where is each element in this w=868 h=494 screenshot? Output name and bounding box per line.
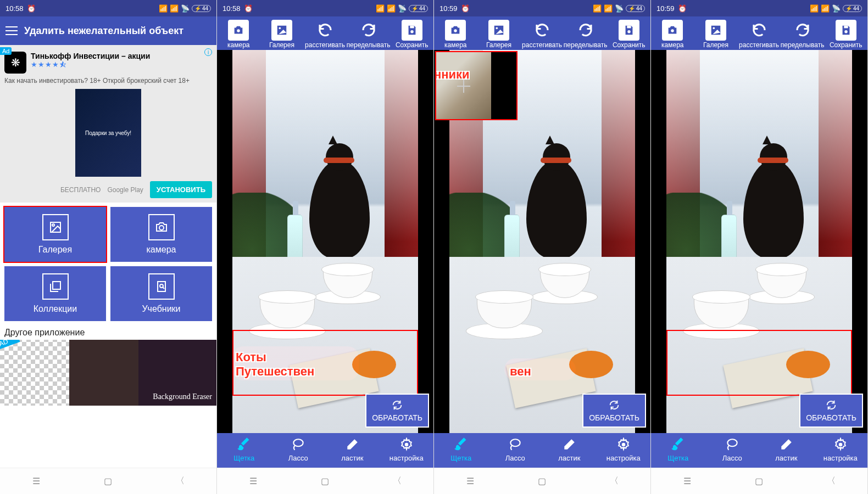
image-icon	[488, 20, 509, 41]
ad-app-icon: ❋	[4, 52, 26, 74]
label: камера	[444, 42, 466, 49]
camera-button[interactable]: камера	[217, 20, 260, 49]
image-icon	[271, 20, 292, 41]
brush-tool[interactable]: Щетка	[217, 437, 271, 462]
lasso-tool[interactable]: Лассо	[271, 437, 326, 462]
menu-icon[interactable]	[5, 26, 18, 35]
editor-toolbar: камера Галерея расстегивать переделывать…	[651, 16, 867, 50]
label: ластик	[558, 454, 580, 462]
undo-button[interactable]: расстегивать	[520, 20, 564, 49]
eraser-tool[interactable]: ластик	[542, 437, 597, 462]
recents-icon[interactable]: ☰	[248, 476, 259, 487]
back-icon[interactable]: 〈	[392, 476, 403, 487]
brush-icon	[454, 437, 468, 452]
lasso-tool[interactable]: Лассо	[488, 437, 543, 462]
gallery-button[interactable]: Галерея	[260, 20, 304, 49]
home-icon[interactable]: ▢	[103, 476, 114, 487]
label: переделывать	[564, 42, 608, 49]
svg-point-26	[839, 443, 843, 447]
label: ОБРАБОТАТЬ	[372, 413, 422, 422]
redo-button[interactable]: переделывать	[347, 20, 391, 49]
save-button[interactable]: Сохранить	[607, 20, 650, 49]
install-button[interactable]: УСТАНОВИТЬ	[150, 181, 212, 198]
collections-button[interactable]: Коллекции	[4, 266, 106, 321]
label: Учебники	[142, 304, 180, 314]
process-button[interactable]: ОБРАБОТАТЬ	[799, 394, 863, 428]
save-button[interactable]: Сохранить	[390, 20, 433, 49]
label: ОБРАБОТАТЬ	[806, 413, 856, 422]
app-bar: Удалить нежелательный объект	[0, 16, 216, 45]
save-button[interactable]: Сохранить	[824, 20, 867, 49]
back-icon[interactable]: 〈	[175, 476, 186, 487]
lasso-tool[interactable]: Лассо	[705, 437, 760, 462]
undo-icon	[315, 20, 336, 41]
settings-tool[interactable]: настройка	[380, 437, 434, 462]
process-button[interactable]: ОБРАБОТАТЬ	[582, 394, 646, 428]
camera-button[interactable]: камера	[110, 207, 212, 262]
redo-button[interactable]: переделывать	[564, 20, 608, 49]
back-icon[interactable]: 〈	[609, 476, 620, 487]
recents-icon[interactable]: ☰	[682, 476, 693, 487]
sync-icon	[608, 399, 620, 411]
wifi-icon: 📡	[181, 4, 190, 13]
recents-icon[interactable]: ☰	[31, 476, 42, 487]
undo-icon	[749, 20, 770, 41]
editor-canvas[interactable]: вен нники ОБРАБОТАТЬ	[434, 50, 650, 433]
label: Щетка	[233, 454, 254, 462]
signal-icon: 📶	[376, 4, 385, 13]
ad-badge: Ad	[0, 47, 12, 55]
label: Лассо	[288, 454, 308, 462]
label: Галерея	[703, 42, 728, 49]
settings-tool[interactable]: настройка	[814, 437, 868, 462]
undo-button[interactable]: расстегивать	[303, 20, 347, 49]
editor-canvas[interactable]: КотыПутешествен ОБРАБОТАТЬ	[217, 50, 433, 433]
undo-icon	[532, 20, 553, 41]
ad-creative: Подарки за учебу!	[75, 89, 141, 177]
ad-info-icon[interactable]: i	[204, 48, 212, 56]
gallery-button[interactable]: Галерея	[477, 20, 521, 49]
label: расстегивать	[739, 42, 779, 49]
label: Сохранить	[396, 42, 429, 49]
tutorials-button[interactable]: Учебники	[110, 266, 212, 321]
ad-banner[interactable]: Ad i ❋ Тинькофф Инвестиции – акции ★★★★⯪…	[0, 45, 216, 203]
undo-button[interactable]: расстегивать	[737, 20, 781, 49]
redo-button[interactable]: переделывать	[781, 20, 825, 49]
camera-button[interactable]: камера	[651, 20, 694, 49]
lasso-icon	[508, 437, 522, 452]
screen-editor-3: 10:59 ⏰ 📶 📶 📡 ⚡44 камера Галерея расстег…	[651, 0, 868, 494]
eraser-tool[interactable]: ластик	[759, 437, 814, 462]
svg-point-1	[52, 224, 54, 226]
back-icon[interactable]: 〈	[826, 476, 837, 487]
gallery-button[interactable]: Галерея	[694, 20, 738, 49]
brush-tool[interactable]: Щетка	[434, 437, 488, 462]
camera-button[interactable]: камера	[434, 20, 477, 49]
signal-icon: 📶	[170, 4, 179, 13]
home-icon[interactable]: ▢	[320, 476, 331, 487]
alarm-icon: ⏰	[461, 4, 470, 13]
signal-icon: 📶	[821, 4, 830, 13]
label: расстегивать	[522, 42, 562, 49]
label: настройка	[390, 454, 424, 462]
eraser-tool[interactable]: ластик	[325, 437, 380, 462]
home-icon[interactable]: ▢	[754, 476, 765, 487]
brush-tool[interactable]: Щетка	[651, 437, 705, 462]
settings-tool[interactable]: настройка	[597, 437, 651, 462]
process-button[interactable]: ОБРАБОТАТЬ	[365, 394, 429, 428]
promo-other-app[interactable]: AD Background Eraser	[0, 340, 216, 406]
svg-point-25	[727, 439, 737, 446]
image-icon	[42, 214, 69, 240]
svg-rect-23	[844, 26, 848, 29]
label: Сохранить	[613, 42, 646, 49]
home-icon[interactable]: ▢	[537, 476, 548, 487]
editor-canvas[interactable]: ОБРАБОТАТЬ	[651, 50, 867, 433]
svg-rect-3	[53, 282, 60, 289]
clock: 10:58	[222, 4, 241, 13]
battery-indicator: ⚡44	[626, 5, 645, 12]
svg-rect-4	[158, 282, 165, 291]
status-bar: 10:59 ⏰ 📶 📶 📡 ⚡44	[651, 0, 867, 16]
recents-icon[interactable]: ☰	[465, 476, 476, 487]
gallery-button[interactable]: Галерея	[4, 207, 106, 262]
ad-title: Тинькофф Инвестиции – акции	[31, 52, 150, 60]
system-nav-bar: ☰ ▢ 〈	[217, 468, 433, 494]
label: настройка	[607, 454, 641, 462]
